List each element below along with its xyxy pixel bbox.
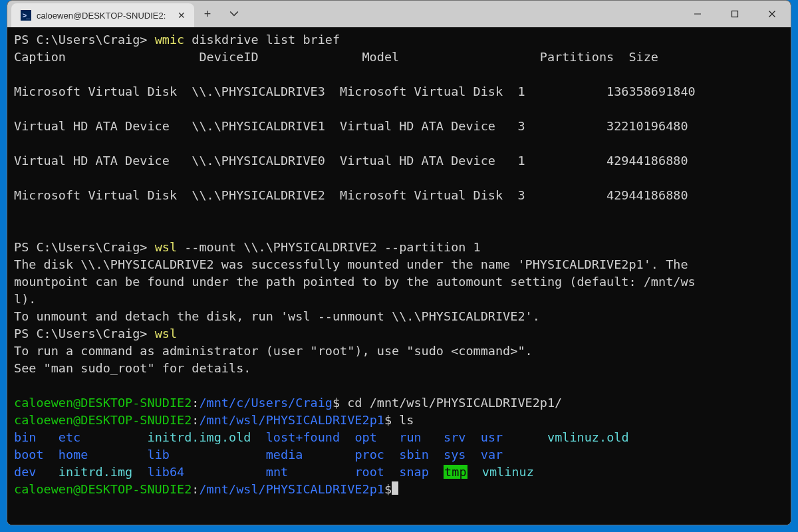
ls-dir: dev bbox=[14, 465, 36, 479]
ps-prompt: PS C:\Users\Craig> bbox=[14, 33, 155, 47]
ls-link: initrd.img bbox=[59, 465, 132, 479]
ls-dir: bin bbox=[14, 430, 36, 444]
ls-dir: etc bbox=[59, 430, 80, 444]
ls-dir: usr bbox=[481, 430, 503, 444]
cmd-cd: cd /mnt/wsl/PHYSICALDRIVE2p1/ bbox=[340, 396, 562, 410]
maximize-icon bbox=[731, 10, 739, 18]
wmic-row: Microsoft Virtual Disk \\.\PHYSICALDRIVE… bbox=[14, 188, 688, 202]
ls-dir: var bbox=[481, 448, 503, 462]
wsl-colon: : bbox=[192, 482, 199, 496]
ls-dir: root bbox=[354, 465, 384, 479]
cmd-wsl-flag: --mount bbox=[184, 240, 243, 254]
cmd-wsl-device: \\.\PHYSICALDRIVE2 bbox=[243, 240, 384, 254]
cmd-wsl-exe: wsl bbox=[155, 240, 185, 254]
ps-prompt: PS C:\Users\Craig> bbox=[14, 240, 155, 254]
mount-message: To unmount and detach the disk, run 'wsl… bbox=[14, 309, 540, 323]
ls-dir: media bbox=[266, 448, 303, 462]
chevron-down-icon bbox=[229, 9, 239, 19]
cmd-wmic-exe: wmic bbox=[155, 33, 192, 47]
wsl-path: /mnt/c/Users/Craig bbox=[199, 396, 332, 410]
ls-dir: sbin bbox=[399, 448, 429, 462]
wsl-colon: : bbox=[192, 396, 199, 410]
ls-sticky-dir: tmp bbox=[444, 465, 467, 479]
terminal-output[interactable]: PS C:\Users\Craig> wmic diskdrive list b… bbox=[7, 27, 791, 525]
tab-title: caloewen@DESKTOP-SNUDIE2: bbox=[37, 11, 170, 21]
terminal-window: caloewen@DESKTOP-SNUDIE2: ✕ + PS C:\User… bbox=[7, 0, 791, 525]
mount-message: l). bbox=[14, 292, 36, 306]
wsl-dollar: $ bbox=[384, 482, 392, 496]
close-window-button[interactable] bbox=[753, 1, 791, 27]
cmd-wsl-flag: --partition bbox=[384, 240, 473, 254]
wsl-user-host: caloewen@DESKTOP-SNUDIE2 bbox=[14, 482, 192, 496]
wsl-user-host: caloewen@DESKTOP-SNUDIE2 bbox=[14, 413, 192, 427]
ls-dir: mnt bbox=[266, 465, 288, 479]
mount-message: The disk \\.\PHYSICALDRIVE2 was successf… bbox=[14, 257, 688, 271]
terminal-cursor bbox=[392, 481, 398, 495]
ls-link: vmlinuz bbox=[482, 465, 534, 479]
minimize-icon bbox=[694, 10, 702, 18]
ls-dir: lib64 bbox=[148, 465, 185, 479]
ls-dir: lib bbox=[148, 448, 170, 462]
mount-message: mountpoint can be found under the path p… bbox=[14, 275, 696, 289]
titlebar: caloewen@DESKTOP-SNUDIE2: ✕ + bbox=[7, 1, 791, 27]
wsl-dollar: $ bbox=[384, 413, 392, 427]
cmd-wmic-args: diskdrive list brief bbox=[192, 33, 340, 47]
wmic-header: Caption DeviceID Model Partitions Size bbox=[14, 50, 658, 64]
close-tab-icon[interactable]: ✕ bbox=[176, 9, 188, 21]
wsl-dollar: $ bbox=[332, 396, 340, 410]
wmic-row: Virtual HD ATA Device \\.\PHYSICALDRIVE0… bbox=[14, 154, 688, 168]
sudo-hint: See "man sudo_root" for details. bbox=[14, 361, 251, 375]
ls-dir: proc bbox=[354, 448, 384, 462]
wsl-path: /mnt/wsl/PHYSICALDRIVE2p1 bbox=[199, 413, 384, 427]
ls-dir: home bbox=[59, 448, 88, 462]
cmd-wsl-exe: wsl bbox=[155, 327, 177, 340]
minimize-button[interactable] bbox=[679, 1, 716, 27]
close-icon bbox=[768, 10, 776, 18]
tab-dropdown-button[interactable] bbox=[221, 1, 247, 27]
window-controls bbox=[679, 1, 791, 27]
wsl-user-host: caloewen@DESKTOP-SNUDIE2 bbox=[14, 396, 192, 410]
powershell-icon bbox=[21, 10, 31, 21]
ls-link: vmlinuz.old bbox=[547, 430, 629, 444]
wsl-path: /mnt/wsl/PHYSICALDRIVE2p1 bbox=[199, 482, 384, 496]
ps-prompt: PS C:\Users\Craig> bbox=[14, 327, 155, 340]
wsl-colon: : bbox=[192, 413, 199, 427]
new-tab-button[interactable]: + bbox=[194, 1, 221, 27]
svg-rect-1 bbox=[732, 11, 738, 17]
ls-link: initrd.img.old bbox=[148, 430, 251, 444]
tab-active[interactable]: caloewen@DESKTOP-SNUDIE2: ✕ bbox=[11, 3, 194, 27]
sudo-hint: To run a command as administrator (user … bbox=[14, 344, 533, 358]
cmd-ls: ls bbox=[392, 413, 414, 427]
ls-dir: snap bbox=[399, 465, 429, 479]
cmd-wsl-partnum: 1 bbox=[473, 240, 481, 254]
ls-dir: opt bbox=[354, 430, 376, 444]
wmic-row: Microsoft Virtual Disk \\.\PHYSICALDRIVE… bbox=[14, 84, 696, 98]
ls-dir: run bbox=[399, 430, 421, 444]
titlebar-drag-area[interactable] bbox=[247, 1, 679, 27]
ls-dir: sys bbox=[444, 448, 466, 462]
ls-dir: boot bbox=[14, 448, 44, 462]
ls-dir: srv bbox=[444, 430, 466, 444]
maximize-button[interactable] bbox=[716, 1, 753, 27]
wmic-row: Virtual HD ATA Device \\.\PHYSICALDRIVE1… bbox=[14, 119, 688, 133]
ls-dir: lost+found bbox=[266, 430, 340, 444]
